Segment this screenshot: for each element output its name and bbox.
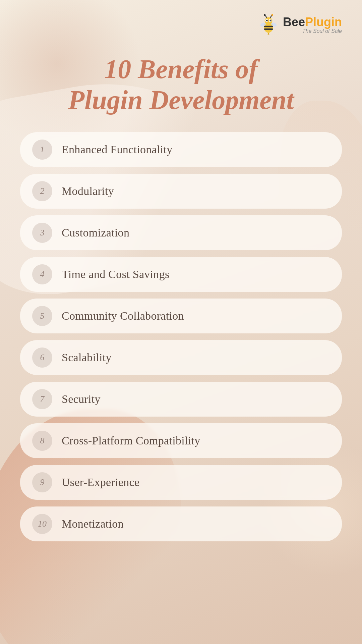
- benefit-label: Customization: [62, 226, 129, 239]
- benefit-label: User-Experience: [62, 476, 139, 489]
- benefit-number: 7: [32, 389, 52, 409]
- benefit-item: 5Community Collaboration: [20, 299, 342, 333]
- benefit-number: 3: [32, 223, 52, 243]
- logo-bee: Bee: [283, 15, 305, 29]
- bee-icon: [257, 13, 280, 37]
- logo: BeePlugin The Soul of Sale: [257, 13, 342, 37]
- svg-rect-2: [264, 29, 273, 30]
- logo-area: BeePlugin The Soul of Sale: [20, 13, 342, 37]
- benefit-label: Monetization: [62, 518, 124, 530]
- svg-point-7: [269, 19, 271, 21]
- benefit-number: 5: [32, 306, 52, 326]
- benefit-label: Enhanced Functionality: [62, 143, 172, 156]
- svg-point-13: [272, 14, 273, 16]
- benefit-item: 3Customization: [20, 215, 342, 250]
- title-line2: Plugin Development: [68, 85, 294, 115]
- svg-marker-16: [267, 33, 269, 35]
- logo-text-group: BeePlugin The Soul of Sale: [283, 16, 342, 34]
- svg-point-11: [264, 14, 265, 16]
- svg-point-9: [270, 20, 271, 20]
- benefit-item: 2Modularity: [20, 174, 342, 209]
- benefit-label: Time and Cost Savings: [62, 268, 169, 281]
- benefit-item: 8Cross-Platform Compatibility: [20, 423, 342, 458]
- benefit-number: 9: [32, 472, 52, 492]
- page-content: BeePlugin The Soul of Sale 10 Benefits o…: [0, 0, 362, 644]
- benefit-item: 6Scalability: [20, 340, 342, 375]
- benefit-number: 4: [32, 264, 52, 284]
- logo-tagline: The Soul of Sale: [283, 28, 342, 34]
- svg-point-8: [267, 20, 268, 20]
- logo-brand: BeePlugin: [283, 16, 342, 28]
- benefit-number: 8: [32, 431, 52, 451]
- benefit-label: Security: [62, 393, 101, 406]
- svg-rect-1: [264, 26, 273, 27]
- benefit-number: 2: [32, 181, 52, 201]
- benefit-label: Modularity: [62, 185, 114, 198]
- logo-plugin: Plugin: [305, 15, 342, 29]
- benefit-item: 9User-Experience: [20, 465, 342, 500]
- benefit-item: 4Time and Cost Savings: [20, 257, 342, 292]
- benefit-item: 1Enhanced Functionality: [20, 132, 342, 167]
- benefit-number: 6: [32, 347, 52, 368]
- benefits-list: 1Enhanced Functionality2Modularity3Custo…: [20, 132, 342, 541]
- main-title: 10 Benefits of Plugin Development: [68, 54, 294, 115]
- benefit-number: 1: [32, 140, 52, 160]
- benefit-label: Cross-Platform Compatibility: [62, 434, 200, 447]
- benefit-label: Community Collaboration: [62, 310, 184, 322]
- benefit-label: Scalability: [62, 351, 112, 364]
- benefit-item: 7Security: [20, 382, 342, 417]
- benefit-number: 10: [32, 514, 52, 534]
- benefit-item: 10Monetization: [20, 506, 342, 541]
- title-line1: 10 Benefits of: [104, 54, 258, 84]
- svg-point-6: [266, 19, 268, 21]
